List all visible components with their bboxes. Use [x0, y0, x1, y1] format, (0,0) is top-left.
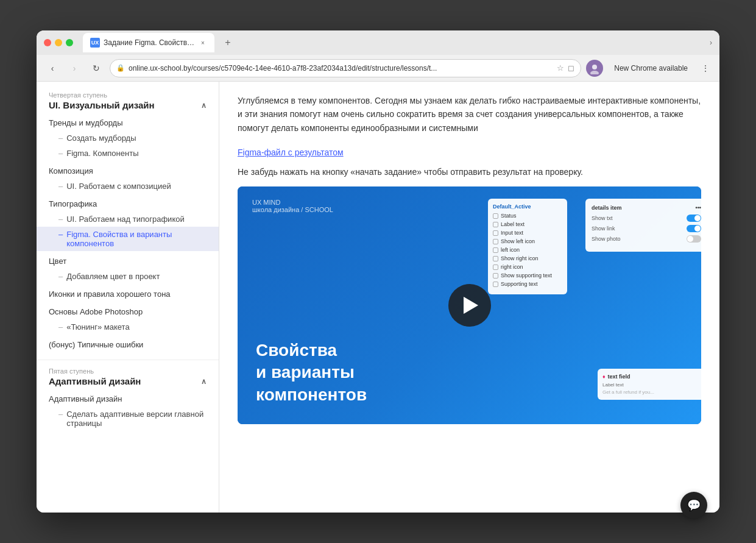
back-button[interactable]: ‹ [44, 60, 61, 77]
video-title: Свойства и варианты компонентов [256, 339, 367, 406]
sidebar-stage-4: Четвертая ступень UI. Визуальный дизайн … [37, 91, 219, 352]
sidebar-group-composition: Композиция UI. Работаем с композицией [37, 163, 219, 194]
traffic-light-green[interactable] [66, 39, 73, 46]
prop-show-left-icon: Show left icon [493, 238, 562, 244]
new-tab-button[interactable]: + [219, 34, 236, 51]
prop-show-supporting: Show supporting text [493, 272, 562, 279]
panel-row-2: Show link [592, 225, 701, 232]
panel-row-1: Show txt [592, 215, 701, 222]
prop-supporting: Supporting text [493, 281, 562, 287]
sidebar-group-icons: Иконки и правила хорошего тона [37, 286, 219, 302]
svg-point-0 [592, 65, 597, 69]
tab-favicon: UX [90, 38, 100, 48]
traffic-lights [44, 39, 73, 46]
stage-5-title[interactable]: Адаптивный дизайн ∧ [37, 376, 219, 391]
bookmark-icon[interactable]: ☆ [557, 63, 564, 73]
tab-close-button[interactable]: × [199, 38, 207, 47]
group-title-composition[interactable]: Композиция [37, 163, 219, 179]
address-text: online.ux-school.by/courses/c5709e4c-14e… [129, 64, 553, 73]
sidebar-group-bonus: (бонус) Типичные ошибки [37, 337, 219, 352]
nav-bar: ‹ › ↻ 🔒 online.ux-school.by/courses/c570… [37, 55, 719, 82]
tab-title: Задание Figma. Свойства и [104, 38, 195, 47]
group-title-trends[interactable]: Тренды и мудборды [37, 115, 219, 130]
title-bar: UX Задание Figma. Свойства и × + › [37, 30, 719, 55]
browser-window: UX Задание Figma. Свойства и × + › ‹ › ↻… [37, 30, 719, 513]
extension-icon[interactable]: ◻ [568, 63, 574, 73]
tabs-chevron[interactable]: › [710, 38, 712, 47]
play-icon [464, 297, 478, 314]
sidebar-item-ui-typography[interactable]: UI. Работаем над типографикой [37, 211, 219, 227]
toggle-2 [687, 225, 701, 232]
address-bar[interactable]: 🔒 online.ux-school.by/courses/c5709e4c-1… [110, 59, 581, 77]
main-content: Углубляемся в тему компонентов. Сегодня … [219, 82, 719, 513]
video-play-button[interactable] [448, 284, 491, 327]
lesson-description: Углубляемся в тему компонентов. Сегодня … [238, 94, 701, 135]
prop-show-right-icon: Show right icon [493, 255, 562, 261]
stage-5-chevron: ∧ [201, 377, 207, 386]
lesson-note: Не забудь нажать на кнопку «начать задан… [238, 167, 701, 177]
sidebar-item-moodboards[interactable]: Создать мудборды [37, 130, 219, 146]
sidebar-item-tuning[interactable]: «Тюнинг» макета [37, 319, 219, 335]
video-logo: UX MIND школа дизайна / SCHOOL [252, 199, 333, 213]
sidebar-group-typography: Типографика UI. Работаем над типографико… [37, 196, 219, 251]
active-tab[interactable]: UX Задание Figma. Свойства и × [83, 33, 214, 52]
group-title-color[interactable]: Цвет [37, 254, 219, 269]
sidebar: Четвертая ступень UI. Визуальный дизайн … [37, 82, 219, 513]
address-lock-icon: 🔒 [116, 64, 125, 72]
video-background: UX MIND школа дизайна / SCHOOL Свойства … [238, 186, 701, 424]
sidebar-item-ui-composition[interactable]: UI. Работаем с композицией [37, 179, 219, 194]
chrome-update-button[interactable]: New Chrome available [608, 60, 694, 76]
prop-right-icon: right icon [493, 264, 562, 270]
video-props-panel: Default_Active Status Label text Input t… [488, 199, 567, 294]
sidebar-group-color: Цвет Добавляем цвет в проект [37, 254, 219, 284]
toggle-1 [687, 215, 701, 222]
group-title-icons[interactable]: Иконки и правила хорошего тона [37, 286, 219, 302]
sidebar-group-trends: Тренды и мудборды Создать мудборды Figma… [37, 115, 219, 161]
user-avatar[interactable] [586, 60, 603, 77]
sidebar-item-add-color[interactable]: Добавляем цвет в проект [37, 269, 219, 284]
prop-label-text: Label text [493, 221, 562, 227]
stage-4-label: Четвертая ступень [37, 91, 219, 99]
video-container[interactable]: UX MIND школа дизайна / SCHOOL Свойства … [238, 186, 701, 424]
prop-status: Status [493, 213, 562, 219]
video-bottom-panel: ♦ text field Label text Get a full refun… [598, 369, 701, 400]
toggle-3 [687, 235, 701, 243]
browser-more-button[interactable]: ⋮ [699, 61, 712, 76]
chrome-update-label: New Chrome available [614, 64, 688, 73]
sidebar-item-adaptive-versions[interactable]: Сделать адаптивные версии главной страни… [37, 406, 219, 431]
sidebar-item-figma-properties[interactable]: Figma. Свойства и варианты компонентов [37, 227, 219, 251]
svg-point-1 [590, 71, 599, 74]
prop-input-text: Input text [493, 230, 562, 236]
group-title-photoshop[interactable]: Основы Adobe Photoshop [37, 304, 219, 319]
chat-icon: 💬 [687, 499, 701, 512]
group-title-adaptive[interactable]: Адаптивный дизайн [37, 391, 219, 406]
panel-header: details item ••• [592, 205, 701, 211]
stage-4-title[interactable]: UI. Визуальный дизайн ∧ [37, 100, 219, 115]
forward-button[interactable]: › [66, 60, 83, 77]
stage-4-chevron: ∧ [201, 101, 207, 110]
figma-file-link[interactable]: Figma-файл с результатом [238, 147, 344, 157]
sidebar-group-photoshop: Основы Adobe Photoshop «Тюнинг» макета [37, 304, 219, 335]
stage-5-label: Пятая ступень [37, 367, 219, 375]
prop-left-icon: left icon [493, 247, 562, 253]
sidebar-stage-5: Пятая ступень Адаптивный дизайн ∧ Адапти… [37, 360, 219, 431]
chat-button[interactable]: 💬 [680, 492, 707, 519]
group-title-typography[interactable]: Типографика [37, 196, 219, 211]
content-area: Четвертая ступень UI. Визуальный дизайн … [37, 82, 719, 513]
video-details-panel: details item ••• Show txt Show link [585, 199, 701, 252]
traffic-light-yellow[interactable] [55, 39, 62, 46]
panel-row-3: Show photo [592, 235, 701, 243]
sidebar-item-figma-components[interactable]: Figma. Компоненты [37, 146, 219, 161]
group-title-bonus[interactable]: (бонус) Типичные ошибки [37, 337, 219, 352]
sidebar-group-adaptive: Адаптивный дизайн Сделать адаптивные вер… [37, 391, 219, 431]
reload-button[interactable]: ↻ [88, 60, 105, 77]
traffic-light-red[interactable] [44, 39, 51, 46]
